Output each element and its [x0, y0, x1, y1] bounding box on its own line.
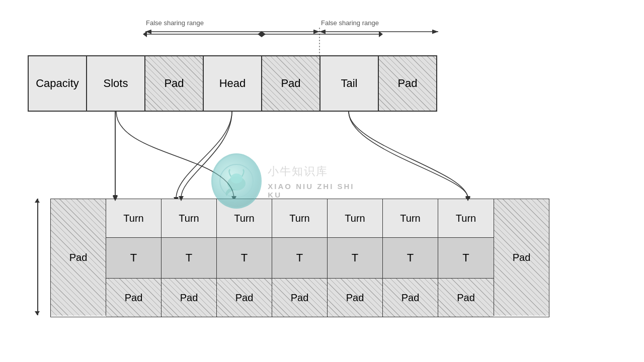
watermark: 小牛知识库 XIAO NIU ZHI SHI KU [211, 141, 362, 221]
watermark-logo [211, 153, 262, 209]
pad-cell-6: Pad [438, 279, 494, 317]
pad-row: Pad Pad Pad Pad Pad Pad Pad [106, 279, 494, 317]
turn-cell-6: Turn [438, 199, 494, 237]
pad-cell-2: Pad [217, 279, 272, 317]
t-cell-5: T [383, 238, 438, 278]
top-row: Capacity Slots Pad Head Pad Tail Pad [28, 55, 437, 112]
pad-cell-3: Pad [272, 279, 328, 317]
t-row: T T T T T T T [106, 238, 494, 279]
turn-cell-1: Turn [162, 199, 217, 237]
bottom-left-pad: Pad [51, 199, 106, 316]
svg-marker-4 [258, 31, 262, 37]
fsr-left-label: False sharing range [146, 19, 204, 27]
t-cell-3: T [272, 238, 328, 278]
pad-cell-5: Pad [383, 279, 438, 317]
top-cell-pad1: Pad [145, 56, 203, 111]
svg-point-13 [230, 173, 243, 184]
fsr-right-label: False sharing range [321, 19, 379, 27]
t-cell-2: T [217, 238, 272, 278]
t-cell-1: T [162, 238, 217, 278]
watermark-pinyin: XIAO NIU ZHI SHI KU [268, 182, 362, 199]
top-cell-slots: Slots [87, 56, 145, 111]
top-cell-tail: Tail [320, 56, 378, 111]
top-cell-capacity: Capacity [28, 56, 87, 111]
turn-cell-5: Turn [383, 199, 438, 237]
svg-marker-1 [143, 31, 147, 37]
turn-cell-0: Turn [106, 199, 162, 237]
top-cell-pad2: Pad [262, 56, 320, 111]
pad-cell-4: Pad [328, 279, 383, 317]
diagram: False sharing range False sharing range … [0, 0, 644, 362]
t-cell-4: T [328, 238, 383, 278]
svg-marker-5 [379, 31, 383, 37]
top-cell-pad3: Pad [378, 56, 437, 111]
bottom-right-pad: Pad [494, 199, 549, 316]
t-cell-0: T [106, 238, 162, 278]
top-structure: Capacity Slots Pad Head Pad Tail Pad [28, 55, 437, 112]
t-cell-6: T [438, 238, 494, 278]
watermark-cn-text: 小牛知识库 [268, 164, 362, 179]
pad-cell-1: Pad [162, 279, 217, 317]
pad-cell-0: Pad [106, 279, 162, 317]
svg-marker-2 [262, 31, 266, 37]
fsr-vertical-container: False sharing range [30, 199, 45, 315]
top-cell-head: Head [203, 56, 262, 111]
